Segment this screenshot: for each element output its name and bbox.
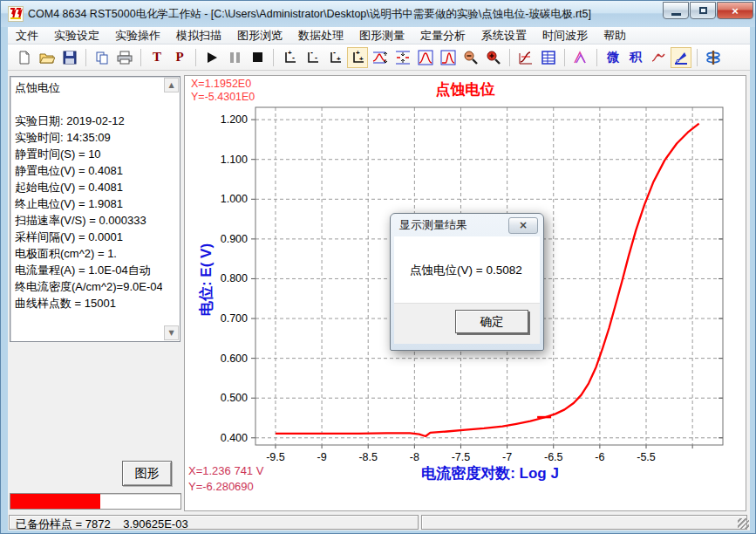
x-tick-label: -8 — [410, 451, 419, 463]
axes-y-plus-x-minus-button[interactable]: +- — [279, 47, 300, 68]
work-area: 点蚀电位 实验日期: 2019-02-12 实验时间: 14:35:09 静置时… — [8, 71, 750, 512]
svg-text:-: - — [315, 53, 317, 62]
copy-button[interactable] — [92, 47, 112, 68]
dialog-title-bar: 显示测量结果 × — [391, 214, 543, 236]
x-tick-label: -7 — [502, 451, 512, 463]
x-tick-label: -5.5 — [637, 451, 656, 463]
experiment-parameters-text: 点蚀电位 实验日期: 2019-02-12 实验时间: 14:35:09 静置时… — [15, 79, 162, 339]
fit-y-button[interactable] — [370, 47, 391, 68]
letter-p-icon: P — [175, 50, 183, 65]
menu-item-3[interactable]: 模拟扫描 — [168, 27, 229, 44]
baseline-button[interactable] — [515, 47, 536, 68]
axes-y-minus-x-plus-button[interactable]: -+ — [324, 47, 345, 68]
menu-bar: 文件实验设定实验操作模拟扫描图形浏览数据处理图形测量定量分析系统设置时间波形帮助 — [8, 27, 750, 44]
save-file-button[interactable] — [59, 47, 80, 68]
backup-progress-bar — [10, 493, 181, 510]
dialog-footer: 确定 — [394, 303, 540, 344]
data-table-button[interactable] — [538, 47, 559, 68]
toolbar-separator — [596, 49, 597, 66]
stop-icon — [253, 52, 262, 62]
toolbar-separator — [697, 49, 698, 66]
x-tick-label: -9 — [317, 451, 327, 463]
app-icon — [8, 6, 24, 22]
zoom-window-button[interactable] — [415, 47, 436, 68]
menu-item-7[interactable]: 定量分析 — [412, 27, 473, 44]
toolbar-separator — [509, 49, 510, 66]
peak-overlay-button[interactable] — [570, 47, 591, 68]
marker-t-button[interactable]: T — [146, 47, 167, 68]
svg-text:+: + — [359, 55, 364, 63]
y-tick-label: 1.100 — [221, 154, 248, 166]
axes-y-plus-x-plus-button[interactable]: ++ — [347, 47, 368, 68]
resize-grip[interactable] — [738, 518, 749, 530]
pause-button[interactable] — [224, 47, 245, 68]
menu-item-1[interactable]: 实验设定 — [46, 27, 107, 44]
svg-text:-: - — [333, 50, 336, 57]
toolbar-separator — [564, 49, 565, 66]
differentiate-button[interactable]: 微 — [603, 47, 623, 68]
menu-item-6[interactable]: 图形测量 — [351, 27, 412, 44]
graphic-measure-button[interactable] — [671, 47, 691, 68]
progress-fill — [10, 494, 100, 509]
y-tick-label: 0.900 — [221, 233, 248, 245]
menu-item-9[interactable]: 时间波形 — [535, 27, 596, 44]
menu-item-4[interactable]: 图形浏览 — [229, 27, 290, 44]
integrate-icon: 积 — [630, 50, 642, 65]
stop-button[interactable] — [247, 47, 268, 68]
integrate-button[interactable]: 积 — [625, 47, 646, 68]
menu-item-0[interactable]: 文件 — [8, 27, 46, 44]
y-tick-label: 0.500 — [221, 392, 248, 404]
y-tick-label: 1.000 — [221, 193, 248, 205]
x-tick-label: -7.5 — [452, 451, 471, 463]
restore-button[interactable] — [690, 2, 716, 19]
toolbar-separator — [85, 49, 86, 66]
dialog-close-button[interactable]: × — [508, 217, 538, 234]
zoom-window-narrow-button[interactable] — [438, 47, 459, 68]
y-tick-label: 0.800 — [221, 272, 248, 284]
scroll-up-button[interactable]: ▲ — [164, 78, 179, 92]
zoom-in-button[interactable] — [483, 47, 504, 68]
print-button[interactable] — [114, 47, 135, 68]
y-tick-label: 0.600 — [221, 353, 248, 365]
dialog-title: 显示测量结果 — [399, 217, 467, 233]
menu-item-8[interactable]: 系统设置 — [473, 27, 535, 44]
status-text: 已备份样点 = 7872 3.90625E-03 — [10, 516, 418, 532]
toolbar-separator — [273, 49, 274, 66]
graph-button[interactable]: 图形 — [122, 461, 172, 486]
zoom-out-button[interactable] — [460, 47, 481, 68]
axes-y-minus-x-minus-button[interactable]: -- — [302, 47, 323, 68]
menu-item-10[interactable]: 帮助 — [596, 27, 634, 44]
ok-button-label: 确定 — [480, 314, 504, 330]
menu-item-5[interactable]: 数据处理 — [290, 27, 351, 44]
marker-p-button[interactable]: P — [169, 47, 190, 68]
status-bar: 已备份样点 = 7872 3.90625E-03 — [8, 512, 750, 531]
minimize-button[interactable] — [663, 2, 689, 19]
ok-button[interactable]: 确定 — [455, 310, 528, 333]
x-tick-label: -6 — [595, 451, 604, 463]
scroll-down-button[interactable]: ▼ — [164, 325, 179, 340]
status-panel-left: 已备份样点 = 7872 3.90625E-03 — [9, 515, 419, 530]
y-tick-label: 0.400 — [221, 432, 248, 444]
compress-y-button[interactable] — [392, 47, 413, 68]
smooth-curve-button[interactable] — [648, 47, 669, 68]
menu-item-2[interactable]: 实验操作 — [107, 27, 168, 44]
x-tick-label: -6.5 — [544, 451, 563, 463]
toolbar-separator — [195, 49, 196, 66]
title-bar: COM4 8634 RST5000电化学工作站 - [C:\Users\Admi… — [1, 1, 756, 27]
play-icon — [208, 52, 217, 63]
new-file-button[interactable] — [14, 47, 35, 68]
graph-button-label: 图形 — [135, 466, 160, 482]
run-button[interactable] — [201, 47, 222, 68]
toolbar: T P +- -- -+ ++ — [8, 44, 750, 71]
status-panel-right — [421, 515, 747, 530]
close-button[interactable]: × — [717, 2, 753, 19]
y-tick-label: 1.200 — [221, 113, 248, 126]
rotate-3d-button[interactable] — [703, 47, 724, 68]
toolbar-separator — [140, 49, 141, 66]
svg-text:+: + — [337, 55, 341, 63]
open-file-button[interactable] — [37, 47, 58, 68]
arrow-down-icon: ▼ — [168, 329, 174, 337]
measurement-result-dialog: 显示测量结果 × 点蚀电位(V) = 0.5082 确定 — [390, 213, 544, 351]
close-icon: × — [519, 219, 528, 231]
cursor-readout-bottom: X=1.236 741 V Y=-6.280690 — [188, 463, 263, 495]
